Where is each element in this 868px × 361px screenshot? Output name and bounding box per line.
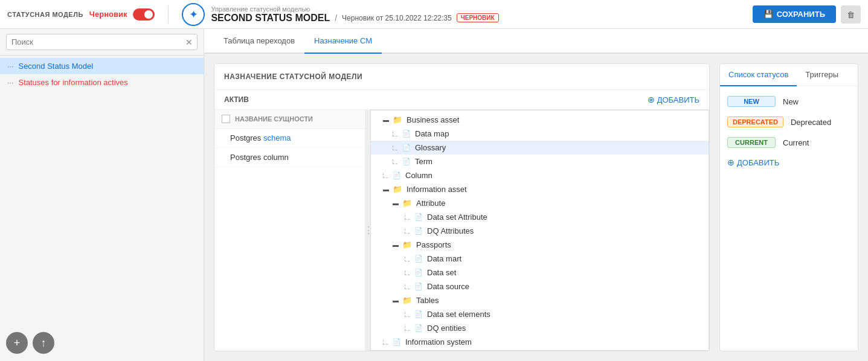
delete-button[interactable]: 🗑 [841, 5, 861, 24]
expand-icon: ▬ [383, 186, 389, 193]
tree-label: Information system [405, 337, 472, 347]
file-icon: 📄 [414, 310, 423, 318]
tree-item-attribute-folder[interactable]: ▬ 📁 Attribute [371, 196, 709, 210]
tab-assignment[interactable]: Назначение СМ [304, 29, 382, 54]
add-button[interactable]: + [6, 332, 28, 354]
save-button[interactable]: 💾 СОХРАНИТЬ [753, 5, 836, 23]
tree-item-dq-entities[interactable]: 📄 DQ entities [371, 321, 709, 335]
tab-transitions[interactable]: Таблица переходов [214, 29, 304, 54]
tree-item-information-asset[interactable]: ▬ 📁 Information asset [371, 182, 709, 196]
tab-triggers[interactable]: Триггеры [797, 64, 847, 86]
activ-label-row: АКТИВ ⊕ ДОБАВИТЬ [214, 90, 709, 110]
sidebar-item-label: Second Status Model [18, 62, 93, 71]
tree-item-passports[interactable]: ▬ 📁 Passports [371, 238, 709, 252]
folder-icon: 📁 [402, 199, 412, 208]
model-name: SECOND STATUS MODEL [211, 13, 330, 24]
entity-link[interactable]: schema [263, 133, 291, 142]
tree-item-dq-attributes[interactable]: 📄 DQ Attributes [371, 224, 709, 238]
status-add-link[interactable]: ⊕ ДОБАВИТЬ [720, 153, 858, 172]
sidebar-item-statuses[interactable]: ··· Statuses for information actives [0, 74, 204, 91]
tree-item-data-map[interactable]: 📄 Data map [371, 127, 709, 141]
tree-label: Data set Attribute [427, 212, 487, 222]
tree-item-data-set-elements[interactable]: 📄 Data set elements [371, 307, 709, 321]
tree-label: Data mart [427, 254, 461, 263]
file-icon: 📄 [414, 269, 423, 276]
search-clear-icon[interactable]: ✕ [185, 37, 193, 47]
tree-item-glossary[interactable]: 📄 Glossary [371, 141, 709, 155]
tree-item-information-system[interactable]: 📄 Information system [371, 335, 709, 349]
search-input[interactable] [6, 34, 198, 50]
tree-label: DQ Attributes [427, 226, 474, 235]
folder-icon: 📁 [402, 240, 412, 249]
status-name-current: Current [783, 138, 809, 147]
status-row-new: NEW New [720, 91, 858, 112]
tab-status-list[interactable]: Список статусов [720, 64, 797, 86]
file-icon: 📄 [393, 171, 401, 179]
entity-row-postgres-schema[interactable]: Postgres schema [214, 129, 365, 148]
tree-item-data-source[interactable]: 📄 Data source [371, 280, 709, 293]
entity-row-label-2: Postgres column [230, 153, 289, 162]
content-area: Таблица переходов Назначение СМ НАЗНАЧЕН… [204, 29, 868, 361]
draft-badge: ЧЕРНОВИК [457, 13, 499, 22]
add-activ-link[interactable]: ⊕ ДОБАВИТЬ [648, 95, 699, 104]
add-activ-label: ДОБАВИТЬ [657, 95, 699, 104]
model-slash: / [335, 13, 337, 23]
header-checkbox[interactable] [222, 115, 230, 123]
expand-icon: ▬ [383, 117, 389, 123]
sidebar-items: ··· Second Status Model ··· Statuses for… [0, 56, 204, 325]
top-bar: СТАТУСНАЯ МОДЕЛЬ Черновик ✦ Управление с… [0, 0, 868, 29]
status-row-deprecated: DEPRECATED Deprecated [720, 112, 858, 132]
file-icon: 📄 [414, 283, 423, 290]
entity-row-postgres-column[interactable]: Postgres column [214, 148, 365, 167]
save-icon: 💾 [764, 10, 773, 19]
expand-icon: ▬ [393, 297, 399, 304]
tree-item-data-set-attribute[interactable]: 📄 Data set Attribute [371, 210, 709, 224]
sidebar-item-second-status-model[interactable]: ··· Second Status Model [0, 58, 204, 74]
expand-icon: ▬ [393, 200, 399, 206]
add-status-icon: ⊕ [727, 158, 735, 167]
sidebar-footer: + ↑ [0, 325, 204, 361]
upload-button[interactable]: ↑ [33, 332, 54, 354]
activ-label: АКТИВ [224, 95, 249, 104]
tree-label: Column [405, 171, 432, 180]
folder-icon: 📁 [393, 185, 402, 194]
badge-new: NEW [727, 96, 776, 107]
file-icon: 📄 [402, 144, 411, 152]
badge-deprecated: DEPRECATED [727, 117, 783, 127]
tree-label: DQ entities [427, 324, 466, 333]
tree-label: Attribute [416, 199, 445, 208]
model-name-line: SECOND STATUS MODEL / Черновик от 25.10.… [211, 13, 498, 24]
tree-label: Data map [415, 129, 449, 138]
status-tabs: Список статусов Триггеры [720, 64, 858, 86]
resize-handle[interactable]: ⋮ [365, 110, 370, 351]
tree-item-tables[interactable]: ▬ 📁 Tables [371, 293, 709, 307]
sidebar-item-label-2: Statuses for information actives [18, 78, 127, 87]
draft-label: Черновик [89, 10, 127, 19]
tree-item-business-asset[interactable]: ▬ 📁 Business asset [371, 113, 709, 127]
tree-item-data-set[interactable]: 📄 Data set [371, 266, 709, 280]
tree-dropdown[interactable]: ▬ 📁 Business asset 📄 Data map [370, 110, 709, 351]
draft-toggle[interactable] [133, 8, 155, 21]
search-box: ✕ [0, 29, 204, 56]
tree-item-column[interactable]: 📄 Column [371, 168, 709, 182]
file-icon: 📄 [402, 130, 411, 138]
model-info: Управление статусной моделью SECOND STAT… [211, 5, 498, 24]
tab-assignment-label: Назначение СМ [314, 36, 372, 45]
model-icon: ✦ [182, 3, 205, 26]
tree-item-term[interactable]: 📄 Term [371, 155, 709, 168]
sidebar: ✕ ··· Second Status Model ··· Statuses f… [0, 29, 204, 361]
assignment-body: НАЗВАНИЕ СУЩНОСТИ Postgres schema Postgr… [214, 110, 709, 351]
tree-label: Data set elements [427, 310, 490, 319]
tree-label: Glossary [415, 143, 446, 152]
inner-content: НАЗНАЧЕНИЕ СТАТУСНОЙ МОДЕЛИ АКТИВ ⊕ ДОБА… [204, 54, 868, 361]
status-panel: Список статусов Триггеры NEW New DEPRECA… [719, 63, 858, 351]
file-icon: 📄 [414, 255, 423, 263]
entity-table: НАЗВАНИЕ СУЩНОСТИ Postgres schema Postgr… [214, 110, 365, 351]
status-row-current: CURRENT Current [720, 132, 858, 153]
file-icon: 📄 [414, 227, 423, 235]
tree-item-data-mart[interactable]: 📄 Data mart [371, 252, 709, 266]
tree-label: Tables [416, 296, 439, 305]
tab-transitions-label: Таблица переходов [223, 36, 295, 45]
assignment-panel: НАЗНАЧЕНИЕ СТАТУСНОЙ МОДЕЛИ АКТИВ ⊕ ДОБА… [214, 63, 710, 351]
status-name-deprecated: Deprecated [791, 118, 831, 127]
